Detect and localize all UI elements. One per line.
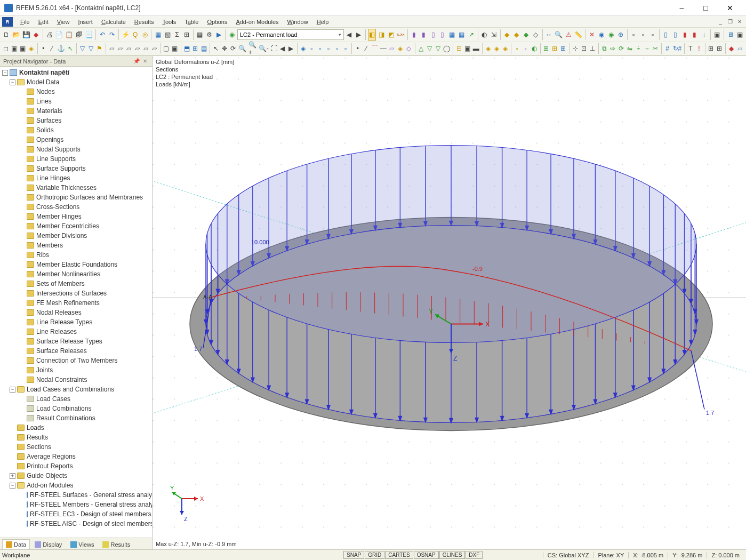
- tree-load-combinations[interactable]: Load Combinations: [0, 404, 152, 413]
- printout-button[interactable]: 📄: [54, 29, 63, 41]
- snap-obj-button[interactable]: ⊡: [580, 43, 588, 54]
- tables-button[interactable]: ⊞: [191, 43, 199, 54]
- monitor-button[interactable]: 🖥: [726, 29, 735, 41]
- 3d3-button[interactable]: ◈: [501, 43, 509, 54]
- menu-add-on-modules[interactable]: Add-on Modules: [231, 18, 283, 26]
- tree-joints[interactable]: Joints: [0, 365, 152, 375]
- tree-sets-of-members[interactable]: Sets of Members: [0, 279, 152, 289]
- plane5-button[interactable]: ▱: [142, 43, 149, 54]
- view-y-button[interactable]: ▫: [316, 43, 324, 54]
- tree-line-supports[interactable]: Line Supports: [0, 154, 152, 164]
- visibility1-button[interactable]: ▣: [11, 43, 18, 54]
- hinge-button[interactable]: ◯: [443, 43, 451, 54]
- plane3-button[interactable]: ▱: [125, 43, 132, 54]
- tree-materials[interactable]: Materials: [0, 106, 152, 116]
- tree-openings[interactable]: Openings: [0, 135, 152, 145]
- dlubal-button[interactable]: ◆: [32, 29, 41, 41]
- mesh1-button[interactable]: ⊞: [542, 43, 550, 54]
- act2-button[interactable]: ▱: [736, 43, 744, 54]
- tab-views[interactable]: Views: [67, 539, 98, 549]
- mesh3-button[interactable]: ⊞: [559, 43, 567, 54]
- results-toggle-button[interactable]: ◧: [368, 29, 376, 41]
- tree-member-eccentricities[interactable]: Member Eccentricities: [0, 221, 152, 231]
- addon1-button[interactable]: ◆: [503, 29, 511, 41]
- monitor2-button[interactable]: ▣: [736, 29, 744, 41]
- cursor-button[interactable]: ↖: [212, 43, 220, 54]
- tree-nodal-releases[interactable]: Nodal Releases: [0, 308, 152, 317]
- render-wire-button[interactable]: ▢: [163, 43, 170, 54]
- visibility2-button[interactable]: ▣: [19, 43, 27, 54]
- view-z-button[interactable]: ▫: [325, 43, 332, 54]
- diagram1-button[interactable]: ▮: [410, 29, 418, 41]
- tool3-button[interactable]: ▮: [681, 29, 689, 41]
- renumber-button[interactable]: ↻#: [672, 43, 683, 54]
- t2-button[interactable]: ▫: [639, 29, 647, 41]
- lc-icon[interactable]: ◉: [228, 29, 236, 41]
- panel-button[interactable]: ▤: [200, 43, 207, 54]
- tree-addon-item[interactable]: RF-STEEL Members - General stress analys…: [0, 500, 152, 509]
- number-button[interactable]: #: [664, 43, 671, 54]
- expand-icon[interactable]: −: [10, 387, 15, 393]
- next-view-button[interactable]: ▶: [287, 43, 295, 54]
- tree-printout-reports[interactable]: Printout Reports: [0, 461, 152, 471]
- check1-button[interactable]: ✕: [588, 29, 596, 41]
- check4-button[interactable]: ⊕: [616, 29, 625, 41]
- plane2-button[interactable]: ▱: [116, 43, 124, 54]
- tree-addon-item[interactable]: RF-STEEL EC3 - Design of steel members a…: [0, 509, 152, 519]
- divide-button[interactable]: ÷: [635, 43, 642, 54]
- menu-table[interactable]: Table: [180, 18, 203, 26]
- t3-button[interactable]: ▫: [648, 29, 657, 41]
- xxx-button[interactable]: x.xx: [396, 29, 405, 41]
- expand-icon[interactable]: −: [10, 79, 15, 85]
- highlight-button[interactable]: Q: [131, 29, 140, 41]
- mdi-minimize-button[interactable]: _: [716, 18, 725, 26]
- tree-load-cases[interactable]: Load Cases: [0, 394, 152, 404]
- move1-button[interactable]: ⇨: [609, 43, 616, 54]
- vector-button[interactable]: ↗: [467, 29, 476, 41]
- win-button[interactable]: ▣: [713, 29, 721, 41]
- move-button[interactable]: ✥: [221, 43, 228, 54]
- render-solid-button[interactable]: ▣: [171, 43, 179, 54]
- filter1-button[interactable]: ▽: [79, 43, 86, 54]
- status-toggle-osnap[interactable]: OSNAP: [414, 551, 439, 559]
- calc-params-button[interactable]: ⚙: [205, 29, 214, 41]
- tree-nodal-constraints[interactable]: Nodal Constraints: [0, 375, 152, 385]
- node2-button[interactable]: •: [354, 43, 362, 54]
- save-button[interactable]: 💾: [22, 29, 31, 41]
- tool2-button[interactable]: ▯: [671, 29, 680, 41]
- expand-icon[interactable]: −: [10, 483, 15, 489]
- sel-node-button[interactable]: •: [39, 43, 47, 54]
- lc-next-button[interactable]: ▶: [355, 29, 363, 41]
- contour-button[interactable]: ▦: [448, 29, 456, 41]
- load-distrib-button[interactable]: ▧: [163, 29, 172, 41]
- tree-addon-item[interactable]: RF-STEEL AISC - Design of steel members …: [0, 519, 152, 529]
- tree-nodal-supports[interactable]: Nodal Supports: [0, 145, 152, 154]
- tree-lines[interactable]: Lines: [0, 97, 152, 106]
- ruler-button[interactable]: 📏: [574, 29, 583, 41]
- line2-button[interactable]: ∕: [363, 43, 370, 54]
- addon4-button[interactable]: ◇: [532, 29, 540, 41]
- modify1-button[interactable]: ▫: [514, 43, 521, 54]
- results-mode3-button[interactable]: ◩: [387, 29, 395, 41]
- query-button[interactable]: ⚡: [121, 29, 130, 41]
- tree-member-elastic-foundations[interactable]: Member Elastic Foundations: [0, 260, 152, 269]
- menu-insert[interactable]: Insert: [74, 18, 97, 26]
- view-neg-y-button[interactable]: ▫: [342, 43, 349, 54]
- calc-button[interactable]: ▶: [214, 29, 223, 41]
- expand-icon[interactable]: −: [2, 70, 8, 76]
- surf-sup-button[interactable]: ▽: [434, 43, 442, 54]
- tree-surface-release-types[interactable]: Surface Release Types: [0, 337, 152, 346]
- view-neg-x-button[interactable]: ▫: [333, 43, 341, 54]
- animate-button[interactable]: ◐: [480, 29, 488, 41]
- 3d2-button[interactable]: ◈: [493, 43, 500, 54]
- ortho-button[interactable]: ⊥: [589, 43, 596, 54]
- tree-lcc[interactable]: − Load Cases and Combinations: [0, 385, 152, 394]
- surface-view-button[interactable]: ▦: [154, 29, 162, 41]
- menu-help[interactable]: Help: [312, 18, 333, 26]
- print-button[interactable]: 🖨: [45, 29, 54, 41]
- tool1-button[interactable]: ▯: [662, 29, 670, 41]
- extend-button[interactable]: →: [643, 43, 651, 54]
- tree-member-divisions[interactable]: Member Divisions: [0, 231, 152, 241]
- navigator-button[interactable]: ⬒: [183, 43, 190, 54]
- tree-root[interactable]: − Kontaktní napětí: [0, 68, 152, 77]
